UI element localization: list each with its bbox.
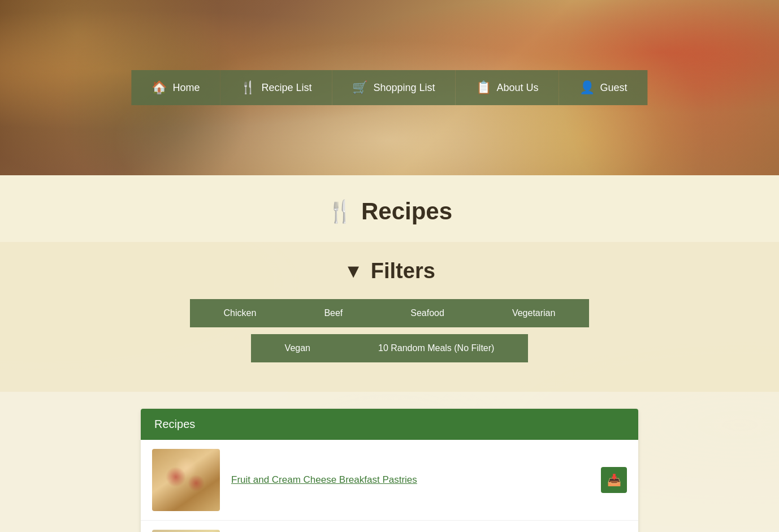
recipe-row: 📥 <box>141 521 638 532</box>
fork-icon: 🍴 <box>240 80 256 95</box>
nav-home-label: Home <box>172 82 200 94</box>
home-icon: 🏠 <box>152 80 167 95</box>
nav-guest-label: Guest <box>600 82 627 94</box>
recipes-card-header: Recipes <box>141 409 638 440</box>
recipe-row: Fruit and Cream Cheese Breakfast Pastrie… <box>141 440 638 521</box>
filter-vegetarian[interactable]: Vegetarian <box>478 299 590 327</box>
main-navigation: 🏠 Home 🍴 Recipe List 🛒 Shopping List 📋 A… <box>131 70 647 105</box>
filters-heading: ▼ Filters <box>11 259 768 283</box>
filter-icon: ▼ <box>344 260 363 282</box>
filter-random[interactable]: 10 Random Meals (No Filter) <box>344 334 528 362</box>
nav-home[interactable]: 🏠 Home <box>131 70 220 105</box>
nav-guest[interactable]: 👤 Guest <box>559 70 648 105</box>
page-content: 🍴 Recipes ▼ Filters Chicken Beef Seafood… <box>0 175 779 532</box>
nav-about-us[interactable]: 📋 About Us <box>456 70 559 105</box>
recipes-main-heading: 🍴 Recipes <box>11 198 768 225</box>
recipe-thumbnail-2 <box>152 530 220 532</box>
filter-seafood[interactable]: Seafood <box>376 299 478 327</box>
nav-shopping-list-label: Shopping List <box>373 82 435 94</box>
hero-banner: 🏠 Home 🍴 Recipe List 🛒 Shopping List 📋 A… <box>0 0 779 175</box>
filter-vegan[interactable]: Vegan <box>251 334 344 362</box>
recipe-link-1[interactable]: Fruit and Cream Cheese Breakfast Pastrie… <box>231 474 590 486</box>
filter-beef[interactable]: Beef <box>290 299 376 327</box>
filters-section: ▼ Filters Chicken Beef Seafood Vegetaria… <box>0 242 779 392</box>
cart-icon: 🛒 <box>352 80 367 95</box>
recipes-heading-text: Recipes <box>361 198 452 225</box>
add-to-list-icon-1: 📥 <box>607 473 621 487</box>
recipe-thumbnail-1 <box>152 449 220 511</box>
recipes-heading-section: 🍴 Recipes <box>0 175 779 242</box>
about-icon: 📋 <box>476 80 491 95</box>
filter-row-1: Chicken Beef Seafood Vegetarian <box>11 299 768 327</box>
nav-shopping-list[interactable]: 🛒 Shopping List <box>332 70 455 105</box>
recipes-fork-icon: 🍴 <box>327 199 353 224</box>
user-icon: 👤 <box>579 80 595 95</box>
add-to-list-button-1[interactable]: 📥 <box>601 467 627 493</box>
recipes-list-section: Recipes Fruit and Cream Cheese Breakfast… <box>129 409 650 532</box>
filters-heading-text: Filters <box>371 259 435 283</box>
nav-recipe-list[interactable]: 🍴 Recipe List <box>220 70 332 105</box>
filter-row-2: Vegan 10 Random Meals (No Filter) <box>11 334 768 362</box>
recipes-card: Recipes Fruit and Cream Cheese Breakfast… <box>141 409 638 532</box>
nav-about-us-label: About Us <box>497 82 539 94</box>
recipes-card-title: Recipes <box>154 418 195 430</box>
nav-recipe-list-label: Recipe List <box>261 82 311 94</box>
filter-chicken[interactable]: Chicken <box>190 299 291 327</box>
